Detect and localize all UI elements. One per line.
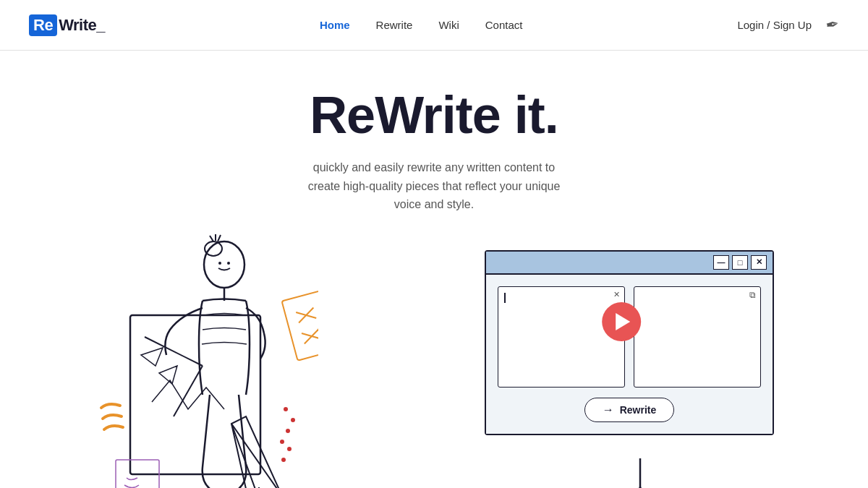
- input-textarea[interactable]: ✕: [498, 286, 625, 388]
- window-content: ✕ ⧉ → Rewrite: [486, 275, 773, 434]
- app-window-mockup: — □ ✕ ✕ ⧉: [485, 250, 774, 435]
- svg-rect-19: [282, 288, 318, 360]
- easel-stand: [608, 458, 673, 488]
- nav-contact[interactable]: Contact: [485, 19, 523, 31]
- rewrite-button[interactable]: → Rewrite: [584, 398, 675, 422]
- svg-line-21: [296, 308, 316, 323]
- copy-icon[interactable]: ⧉: [749, 290, 756, 300]
- hero-section: ReWrite it. quickly and easily rewrite a…: [0, 51, 868, 488]
- window-minimize-button[interactable]: —: [713, 255, 729, 270]
- nav-home[interactable]: Home: [320, 19, 350, 31]
- window-titlebar: — □ ✕: [486, 252, 773, 275]
- hero-title: ReWrite it.: [310, 87, 558, 144]
- svg-point-13: [291, 418, 295, 422]
- svg-point-17: [281, 458, 286, 462]
- play-triangle-icon: [616, 313, 630, 330]
- hero-subtitle: quickly and easily rewrite any written c…: [297, 158, 571, 214]
- login-button[interactable]: Login / Sign Up: [737, 19, 812, 31]
- svg-line-2: [210, 236, 213, 241]
- svg-point-1: [205, 241, 222, 256]
- illustration-area: — □ ✕ ✕ ⧉: [0, 243, 868, 488]
- svg-line-22: [302, 329, 318, 344]
- nav-rewrite[interactable]: Rewrite: [376, 19, 413, 31]
- logo: Re Write_: [29, 14, 105, 36]
- svg-point-0: [204, 241, 244, 288]
- pen-icon: ✒: [825, 14, 841, 35]
- svg-line-4: [218, 235, 221, 241]
- svg-point-16: [287, 447, 292, 451]
- text-cursor: [504, 293, 506, 303]
- main-nav: Home Rewrite Wiki Contact: [320, 19, 523, 31]
- rewrite-button-row: → Rewrite: [498, 398, 761, 422]
- output-textarea[interactable]: ⧉: [634, 286, 761, 388]
- svg-point-12: [284, 407, 288, 411]
- nav-wiki[interactable]: Wiki: [438, 19, 459, 31]
- play-button[interactable]: [602, 302, 641, 341]
- person-illustration: [58, 221, 318, 488]
- window-maximize-button[interactable]: □: [732, 255, 748, 270]
- rewrite-btn-label: Rewrite: [620, 404, 657, 416]
- header: Re Write_ Home Rewrite Wiki Contact Logi…: [0, 0, 868, 51]
- header-right: Login / Sign Up ✒: [737, 16, 839, 35]
- clear-input-icon[interactable]: ✕: [613, 290, 620, 299]
- rewrite-arrow-icon: →: [603, 403, 614, 416]
- svg-point-6: [227, 262, 230, 265]
- svg-point-14: [286, 429, 290, 433]
- logo-re: Re: [29, 14, 57, 36]
- svg-point-15: [280, 440, 284, 444]
- svg-point-5: [218, 262, 221, 265]
- logo-write: Write_: [59, 16, 105, 35]
- window-close-button[interactable]: ✕: [751, 255, 767, 270]
